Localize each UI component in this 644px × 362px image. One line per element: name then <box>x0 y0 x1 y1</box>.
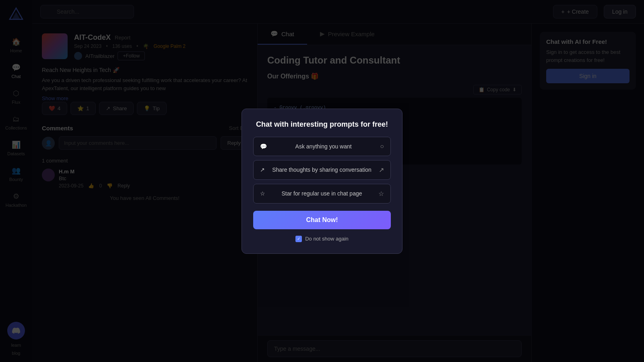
chat-now-button[interactable]: Chat Now! <box>253 211 391 229</box>
modal-option-share[interactable]: ↗ Share thoughts by sharing conversation… <box>253 160 391 180</box>
modal: Chat with interesting prompts for free! … <box>242 109 402 254</box>
share-option-text: Share thoughts by sharing conversation <box>272 167 372 173</box>
ask-option-icon: 💬 <box>260 143 267 150</box>
star-option-icon: ☆ <box>260 190 265 197</box>
do-not-show-checkbox[interactable]: ✓ <box>295 236 302 242</box>
do-not-show-row[interactable]: ✓ Do not show again <box>253 236 391 242</box>
share-option-icon: ↗ <box>260 167 265 173</box>
ask-option-right-icon: ○ <box>380 143 384 150</box>
modal-option-ask[interactable]: 💬 Ask anything you want ○ <box>253 137 391 156</box>
modal-overlay[interactable]: Chat with interesting prompts for free! … <box>0 0 644 362</box>
star-option-right-icon: ☆ <box>378 190 384 197</box>
do-not-show-label: Do not show again <box>305 236 349 242</box>
ask-option-text: Ask anything you want <box>295 143 352 150</box>
modal-option-star[interactable]: ☆ Star for regular use in chat page ☆ <box>253 184 391 204</box>
modal-title: Chat with interesting prompts for free! <box>253 120 391 129</box>
star-option-text: Star for regular use in chat page <box>281 190 362 197</box>
share-option-right-icon: ↗ <box>379 166 384 174</box>
